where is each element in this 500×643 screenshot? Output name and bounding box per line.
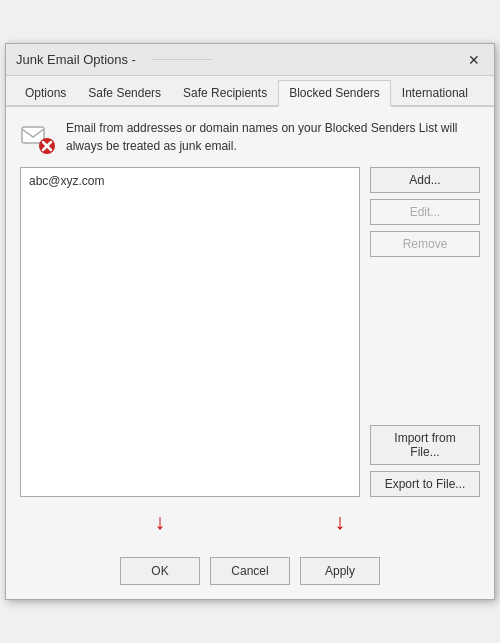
close-button[interactable]: ✕ bbox=[464, 50, 484, 70]
svg-rect-0 bbox=[22, 127, 44, 143]
add-button[interactable]: Add... bbox=[370, 167, 480, 193]
title-bar-line bbox=[152, 59, 212, 60]
tab-bar: Options Safe Senders Safe Recipients Blo… bbox=[6, 76, 494, 107]
import-from-file-button[interactable]: Import from File... bbox=[370, 425, 480, 465]
edit-button[interactable]: Edit... bbox=[370, 199, 480, 225]
bottom-buttons-row: OK Cancel Apply bbox=[6, 537, 494, 599]
ok-button[interactable]: OK bbox=[120, 557, 200, 585]
ok-arrow-icon: ↓ bbox=[155, 511, 166, 533]
junk-email-dialog: Junk Email Options - ✕ Options Safe Send… bbox=[5, 43, 495, 600]
cancel-button[interactable]: Cancel bbox=[210, 557, 290, 585]
export-to-file-button[interactable]: Export to File... bbox=[370, 471, 480, 497]
spacer bbox=[370, 263, 480, 419]
side-buttons-panel: Add... Edit... Remove Import from File..… bbox=[370, 167, 480, 497]
tab-safe-recipients[interactable]: Safe Recipients bbox=[172, 80, 278, 107]
info-description: Email from addresses or domain names on … bbox=[66, 119, 480, 155]
title-bar-left: Junk Email Options - bbox=[16, 52, 220, 67]
tab-blocked-senders[interactable]: Blocked Senders bbox=[278, 80, 391, 107]
dialog-content: Email from addresses or domain names on … bbox=[6, 107, 494, 511]
arrow-row: ↓ ↓ bbox=[6, 511, 494, 537]
main-area: abc@xyz.com Add... Edit... Remove Import… bbox=[20, 167, 480, 497]
tab-options[interactable]: Options bbox=[14, 80, 77, 107]
dialog-title: Junk Email Options - bbox=[16, 52, 136, 67]
apply-arrow-icon: ↓ bbox=[335, 511, 346, 533]
cancel-arrow-slot bbox=[210, 511, 290, 533]
list-item[interactable]: abc@xyz.com bbox=[25, 172, 355, 190]
blocked-senders-list[interactable]: abc@xyz.com bbox=[20, 167, 360, 497]
info-row: Email from addresses or domain names on … bbox=[20, 119, 480, 155]
remove-button[interactable]: Remove bbox=[370, 231, 480, 257]
title-bar: Junk Email Options - ✕ bbox=[6, 44, 494, 76]
ok-arrow-slot: ↓ bbox=[120, 511, 200, 533]
junk-mail-icon bbox=[20, 119, 56, 155]
tab-safe-senders[interactable]: Safe Senders bbox=[77, 80, 172, 107]
tab-international[interactable]: International bbox=[391, 80, 479, 107]
apply-arrow-slot: ↓ bbox=[300, 511, 380, 533]
apply-button[interactable]: Apply bbox=[300, 557, 380, 585]
